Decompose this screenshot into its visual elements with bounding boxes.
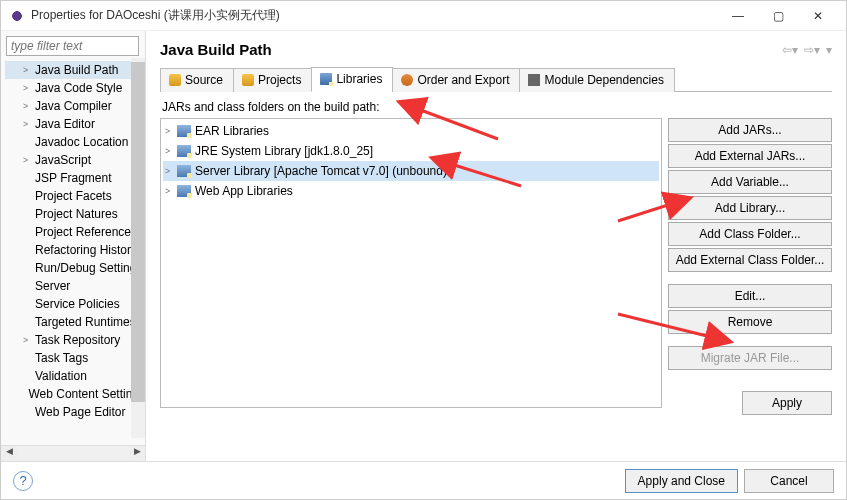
sidebar-item-label: Java Build Path (35, 63, 118, 77)
window-title: Properties for DAOceshi (讲课用小实例无代理) (31, 7, 718, 24)
sidebar-item[interactable]: >Server (5, 277, 145, 295)
sidebar-item[interactable]: >Targeted Runtimes (5, 313, 145, 331)
sidebar-item[interactable]: >Project Facets (5, 187, 145, 205)
chevron-icon[interactable]: > (165, 166, 177, 176)
library-icon (177, 185, 191, 197)
tab-module-deps[interactable]: Module Dependencies (519, 68, 674, 92)
tab-label: Source (185, 73, 223, 87)
eclipse-icon (9, 8, 25, 24)
sidebar-item[interactable]: >Java Compiler (5, 97, 145, 115)
sidebar-item-label: Project References (35, 225, 137, 239)
chevron-icon: > (23, 155, 35, 165)
add-external-jars-button[interactable]: Add External JARs... (668, 144, 832, 168)
tab-label: Projects (258, 73, 301, 87)
tab-source[interactable]: Source (160, 68, 234, 92)
sidebar-item[interactable]: >Javadoc Location (5, 133, 145, 151)
sidebar-item[interactable]: >Project Natures (5, 205, 145, 223)
chevron-icon: > (23, 65, 35, 75)
back-icon[interactable]: ⇦▾ (782, 43, 798, 57)
nav-icons: ⇦▾ ⇨▾ ▾ (782, 43, 832, 57)
sidebar-item-label: Java Code Style (35, 81, 122, 95)
scroll-track[interactable] (17, 446, 129, 461)
tab-label: Order and Export (417, 73, 509, 87)
chevron-icon: > (23, 335, 35, 345)
close-button[interactable]: ✕ (798, 2, 838, 30)
sidebar-item-label: Project Natures (35, 207, 118, 221)
libraries-tree[interactable]: >EAR Libraries>JRE System Library [jdk1.… (160, 118, 662, 408)
sidebar-item[interactable]: >Java Code Style (5, 79, 145, 97)
footer: ? Apply and Close Cancel (1, 461, 846, 499)
apply-row: Apply (742, 391, 832, 415)
sidebar-item[interactable]: >Run/Debug Settings (5, 259, 145, 277)
cancel-button[interactable]: Cancel (744, 469, 834, 493)
property-tree[interactable]: >Java Build Path>Java Code Style>Java Co… (1, 61, 145, 445)
sidebar-item[interactable]: >Java Build Path (5, 61, 145, 79)
tab-projects[interactable]: Projects (233, 68, 312, 92)
add-library-button[interactable]: Add Library... (668, 196, 832, 220)
sidebar-item-label: Web Page Editor (35, 405, 126, 419)
sidebar-item-label: Task Tags (35, 351, 88, 365)
add-external-class-folder-button[interactable]: Add External Class Folder... (668, 248, 832, 272)
edit-button[interactable]: Edit... (668, 284, 832, 308)
help-icon[interactable]: ? (13, 471, 33, 491)
library-icon (177, 165, 191, 177)
sidebar-item[interactable]: >Service Policies (5, 295, 145, 313)
button-column: Add JARs... Add External JARs... Add Var… (668, 118, 832, 408)
library-icon (177, 145, 191, 157)
minimize-button[interactable]: — (718, 2, 758, 30)
horizontal-scrollbar[interactable]: ◀ ▶ (1, 445, 145, 461)
tab-libraries[interactable]: Libraries (311, 67, 393, 92)
library-label: EAR Libraries (195, 124, 269, 138)
sidebar-item[interactable]: >Refactoring History (5, 241, 145, 259)
chevron-icon[interactable]: > (165, 186, 177, 196)
forward-icon[interactable]: ⇨▾ (804, 43, 820, 57)
add-class-folder-button[interactable]: Add Class Folder... (668, 222, 832, 246)
sidebar-item-label: JSP Fragment (35, 171, 111, 185)
add-variable-button[interactable]: Add Variable... (668, 170, 832, 194)
sidebar-item[interactable]: >Task Tags (5, 349, 145, 367)
library-item[interactable]: >Web App Libraries (163, 181, 659, 201)
sidebar-item[interactable]: >Task Repository (5, 331, 145, 349)
chevron-icon[interactable]: > (165, 126, 177, 136)
menu-icon[interactable]: ▾ (826, 43, 832, 57)
apply-and-close-button[interactable]: Apply and Close (625, 469, 738, 493)
sidebar-item-label: JavaScript (35, 153, 91, 167)
library-item[interactable]: >EAR Libraries (163, 121, 659, 141)
sidebar-item-label: Java Editor (35, 117, 95, 131)
description: JARs and class folders on the build path… (162, 100, 832, 114)
library-item[interactable]: >Server Library [Apache Tomcat v7.0] (un… (163, 161, 659, 181)
sidebar-item[interactable]: >Web Content Settings (5, 385, 145, 403)
sidebar-item[interactable]: >Web Page Editor (5, 403, 145, 421)
scroll-thumb[interactable] (131, 62, 145, 402)
library-label: Server Library [Apache Tomcat v7.0] (unb… (195, 164, 447, 178)
migrate-jar-button: Migrate JAR File... (668, 346, 832, 370)
scroll-left-icon[interactable]: ◀ (1, 446, 17, 461)
sidebar-item[interactable]: >JavaScript (5, 151, 145, 169)
libraries-icon (320, 73, 332, 85)
sidebar-item-label: Java Compiler (35, 99, 112, 113)
titlebar: Properties for DAOceshi (讲课用小实例无代理) — ▢ … (1, 1, 846, 31)
vertical-scrollbar[interactable] (131, 58, 145, 438)
sidebar-item[interactable]: >Project References (5, 223, 145, 241)
sidebar-item[interactable]: >Validation (5, 367, 145, 385)
filter-input[interactable] (6, 36, 139, 56)
module-icon (528, 74, 540, 86)
sidebar-item-label: Web Content Settings (28, 387, 145, 401)
add-jars-button[interactable]: Add JARs... (668, 118, 832, 142)
sidebar-item[interactable]: >JSP Fragment (5, 169, 145, 187)
source-icon (169, 74, 181, 86)
tab-order-export[interactable]: Order and Export (392, 68, 520, 92)
library-item[interactable]: >JRE System Library [jdk1.8.0_25] (163, 141, 659, 161)
library-label: JRE System Library [jdk1.8.0_25] (195, 144, 373, 158)
chevron-icon[interactable]: > (165, 146, 177, 156)
library-icon (177, 125, 191, 137)
sidebar-item-label: Run/Debug Settings (35, 261, 142, 275)
remove-button[interactable]: Remove (668, 310, 832, 334)
library-label: Web App Libraries (195, 184, 293, 198)
sidebar-item[interactable]: >Java Editor (5, 115, 145, 133)
scroll-right-icon[interactable]: ▶ (129, 446, 145, 461)
order-icon (401, 74, 413, 86)
sidebar-item-label: Refactoring History (35, 243, 137, 257)
maximize-button[interactable]: ▢ (758, 2, 798, 30)
apply-button[interactable]: Apply (742, 391, 832, 415)
